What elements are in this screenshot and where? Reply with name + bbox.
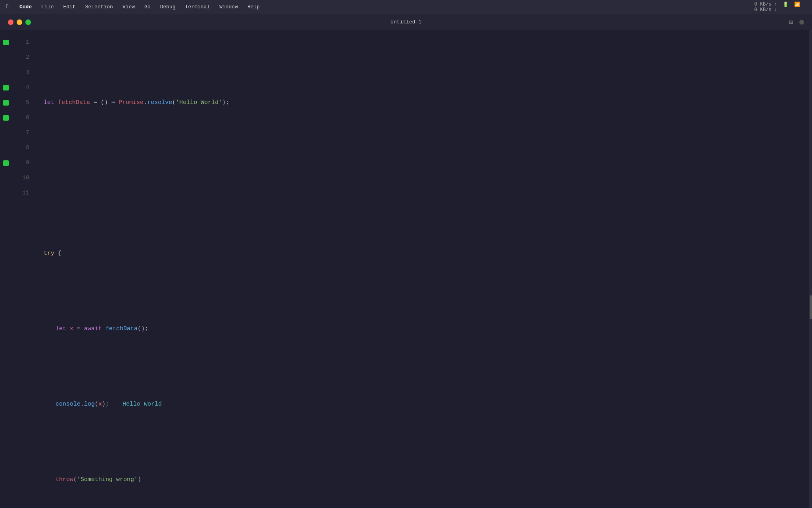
kw-throw: throw: [56, 472, 73, 487]
bp-6: [0, 110, 12, 125]
sym-dot1: .: [144, 95, 147, 110]
str-something-wrong: 'Something wrong': [77, 472, 138, 487]
more-icon[interactable]: [799, 20, 804, 25]
sym-try-brace: {: [54, 246, 61, 261]
title-bar: Untitled-1 ⊞: [0, 14, 812, 30]
fn-promise: Promise: [119, 95, 144, 110]
network-icon: 0 KB/s ↑0 KB/s ↓: [754, 2, 777, 13]
sym-4a: =: [73, 321, 84, 337]
bp-10: [0, 171, 12, 186]
menu-view[interactable]: View: [123, 4, 135, 10]
fn-log-5: log: [84, 397, 95, 412]
menu-selection[interactable]: Selection: [85, 4, 113, 10]
sym-paren1: (: [172, 95, 176, 110]
kw-await: await: [84, 321, 105, 337]
split-editor-icon[interactable]: ⊞: [789, 18, 793, 26]
sym-5c: );: [102, 397, 109, 412]
bp-4: [0, 80, 12, 95]
menu-code[interactable]: Code: [19, 4, 32, 10]
console-5: console: [56, 397, 80, 412]
kw-let-1: let: [44, 95, 58, 110]
sym-5a: .: [80, 397, 84, 412]
bp-5: [0, 95, 12, 110]
arrow-1: ⇒: [111, 95, 119, 110]
bp-1: [0, 35, 12, 50]
code-line-3: try {: [36, 246, 812, 261]
fn-fetchdata-call: fetchData: [105, 321, 138, 337]
sym-6b: ): [138, 472, 141, 487]
code-line-4: let x = await fetchData ();: [36, 321, 812, 337]
sym-5b: (: [95, 397, 98, 412]
menu-help[interactable]: Help: [247, 4, 260, 10]
kw-try: try: [44, 246, 54, 261]
line-numbers: 1 2 3 4 5 6 7 8 9 10 11: [12, 30, 36, 508]
sym-4b: ();: [138, 321, 148, 337]
title-icons-right: ⊞: [789, 18, 804, 26]
code-line-2: [36, 171, 812, 186]
menu-file[interactable]: File: [41, 4, 54, 10]
scrollbar-right[interactable]: [809, 30, 812, 508]
sym-paren2: );: [222, 95, 229, 110]
code-editor[interactable]: 1 2 3 4 5 6 7 8 9 10 11 let fetchData = …: [0, 30, 812, 508]
apple-icon[interactable]: : [6, 4, 10, 10]
close-button[interactable]: [8, 19, 13, 25]
code-line-6: throw ( 'Something wrong' ): [36, 472, 812, 487]
sym-1: = (): [90, 95, 111, 110]
code-line-5: console . log ( x ); Hello World: [36, 397, 812, 412]
var-x: x: [70, 321, 73, 337]
menu-bar:  Code File Edit Selection View Go Debug…: [0, 0, 812, 14]
battery-icon: 🔋: [783, 2, 789, 13]
bp-8: [0, 140, 12, 156]
editor-panel-split: 1 2 3 4 5 6 7 8 9 10 11 let fetchData = …: [0, 30, 812, 508]
bp-11: [0, 186, 12, 201]
code-content[interactable]: let fetchData = () ⇒ Promise . resolve (…: [36, 30, 812, 508]
window-title: Untitled-1: [391, 19, 421, 25]
minimize-button[interactable]: [17, 19, 22, 25]
fn-resolve: resolve: [147, 95, 172, 110]
menu-edit[interactable]: Edit: [63, 4, 75, 10]
system-icons: 0 KB/s ↑0 KB/s ↓ 🔋 📶: [754, 2, 806, 13]
sym-6a: (: [73, 472, 77, 487]
bp-7: [0, 125, 12, 140]
wifi-icon: 📶: [794, 2, 800, 13]
var-x-5: x: [98, 397, 102, 412]
kw-let-4: let: [56, 321, 70, 337]
code-line-1: let fetchData = () ⇒ Promise . resolve (…: [36, 95, 812, 110]
bp-3: [0, 65, 12, 80]
maximize-button[interactable]: [25, 19, 31, 25]
bp-2: [0, 50, 12, 65]
menu-terminal[interactable]: Terminal: [185, 4, 210, 10]
bp-9: [0, 156, 12, 171]
traffic-lights: [8, 19, 31, 25]
str-hello-world: 'Hello World': [176, 95, 222, 110]
breakpoints-gutter: [0, 30, 12, 508]
menu-go[interactable]: Go: [144, 4, 151, 10]
menu-debug[interactable]: Debug: [160, 4, 176, 10]
scrollbar-thumb[interactable]: [810, 295, 812, 319]
menu-window[interactable]: Window: [219, 4, 238, 10]
output-hello-5: Hello World: [115, 397, 162, 412]
var-fetchData: fetchData: [58, 95, 90, 110]
